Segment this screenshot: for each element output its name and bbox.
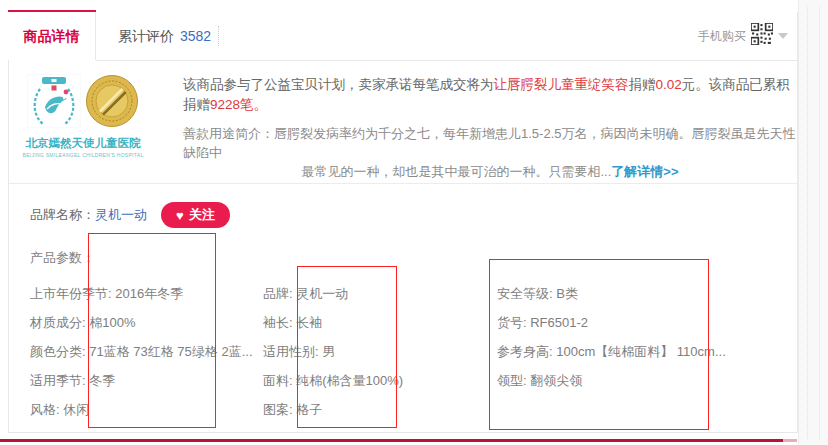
- reviews-count: 3582: [180, 28, 211, 44]
- param-item: 货号: RF6501-2: [497, 308, 726, 337]
- param-item: 图案: 格子: [263, 395, 403, 424]
- charity-text-segment: 该商品参与了公益宝贝计划，卖家承诺每笔成交将为: [183, 77, 494, 92]
- charity-paragraph-2: 善款用途简介：唇腭裂发病率约为千分之七，每年新增患儿1.5-2.5万名，病因尚未…: [183, 124, 797, 181]
- bottom-red-rule: [0, 439, 783, 442]
- charity-notice: 该商品参与了公益宝贝计划，卖家承诺每笔成交将为让唇腭裂儿童重绽笑容捐赠0.02元…: [183, 75, 797, 181]
- mobile-buy-label: 手机购买: [698, 28, 746, 45]
- charity-donation-amount: 0.02: [656, 77, 682, 92]
- bottom-red-rule-tail: [783, 439, 797, 442]
- charity-fund-intro-line1: 善款用途简介：唇腭裂发病率约为千分之七，每年新增患儿1.5-2.5万名，病因尚未…: [183, 124, 797, 162]
- charity-fund-intro-line2: 最常见的一种，却也是其中最可治的一种。只需要相...: [301, 164, 611, 179]
- background-dotline: [819, 6, 820, 439]
- follow-button[interactable]: ♥ 关注: [161, 202, 230, 228]
- product-detail-page: 商品详情 累计评价3582 手机购买: [0, 0, 828, 445]
- param-item: 颜色分类: 71蓝格 73红格 75绿格 2蓝...: [30, 337, 253, 366]
- param-item: 安全等级: B类: [497, 279, 726, 308]
- tabbar-bottom-border: [96, 60, 797, 61]
- gold-medal-icon: [85, 74, 139, 132]
- brand-name-link[interactable]: 灵机一动: [95, 206, 147, 224]
- charity-logos: 北京嫣然天使儿童医院 BEIJING SMILEANGEL CHILDREN'S…: [20, 74, 146, 158]
- tab-product-detail[interactable]: 商品详情: [8, 12, 96, 60]
- mobile-buy-dropdown[interactable]: 手机购买: [698, 12, 788, 60]
- brand-row: 品牌名称： 灵机一动 ♥ 关注: [30, 201, 230, 229]
- tab-reviews-label: 累计评价: [118, 28, 174, 44]
- param-item: 参考身高: 100cm【纯棉面料】 110cm...: [497, 337, 726, 366]
- brand-label: 品牌名称：: [30, 206, 95, 224]
- param-item: 领型: 翻领尖领: [497, 366, 726, 395]
- param-item: 面料: 纯棉(棉含量100%): [263, 366, 403, 395]
- heart-icon: ♥: [176, 209, 184, 222]
- charity-donation-count: 9228笔。: [210, 97, 267, 112]
- param-item: 上市年份季节: 2016年冬季: [30, 279, 253, 308]
- params-column-3: 安全等级: B类 货号: RF6501-2 参考身高: 100cm【纯棉面料】 …: [497, 279, 726, 395]
- param-item: 材质成分: 棉100%: [30, 308, 253, 337]
- param-item: 适用季节: 冬季: [30, 366, 253, 395]
- params-column-1: 上市年份季节: 2016年冬季 材质成分: 棉100% 颜色分类: 71蓝格 7…: [30, 279, 253, 424]
- param-item: 适用性别: 男: [263, 337, 403, 366]
- hospital-name-en: BEIJING SMILEANGEL CHILDREN'S HOSPITAL: [20, 152, 146, 158]
- param-item: 袖长: 长袖: [263, 308, 403, 337]
- background-dotline: [807, 6, 808, 439]
- follow-button-label: 关注: [189, 206, 215, 224]
- learn-more-link[interactable]: 了解详情>>: [611, 164, 678, 179]
- charity-text-segment: 捐赠: [629, 77, 656, 92]
- hospital-logo-icon: [27, 74, 81, 132]
- qr-code-icon[interactable]: [751, 23, 773, 49]
- param-item: 风格: 休闲: [30, 395, 253, 424]
- params-column-2: 品牌: 灵机一动 袖长: 长袖 适用性别: 男 面料: 纯棉(棉含量100%) …: [263, 279, 403, 424]
- tab-reviews[interactable]: 累计评价3582: [118, 12, 211, 60]
- charity-paragraph-1: 该商品参与了公益宝贝计划，卖家承诺每笔成交将为让唇腭裂儿童重绽笑容捐赠0.02元…: [183, 75, 797, 115]
- params-title: 产品参数：: [30, 249, 95, 267]
- hospital-name: 北京嫣然天使儿童医院: [20, 136, 146, 151]
- tab-separator: [218, 26, 219, 46]
- chevron-down-icon[interactable]: [778, 33, 788, 39]
- page-background-strip: [798, 0, 828, 445]
- param-item: 品牌: 灵机一动: [263, 279, 403, 308]
- section-divider: [9, 183, 797, 184]
- charity-red-cause: 让唇腭裂儿童重绽笑容: [494, 77, 629, 92]
